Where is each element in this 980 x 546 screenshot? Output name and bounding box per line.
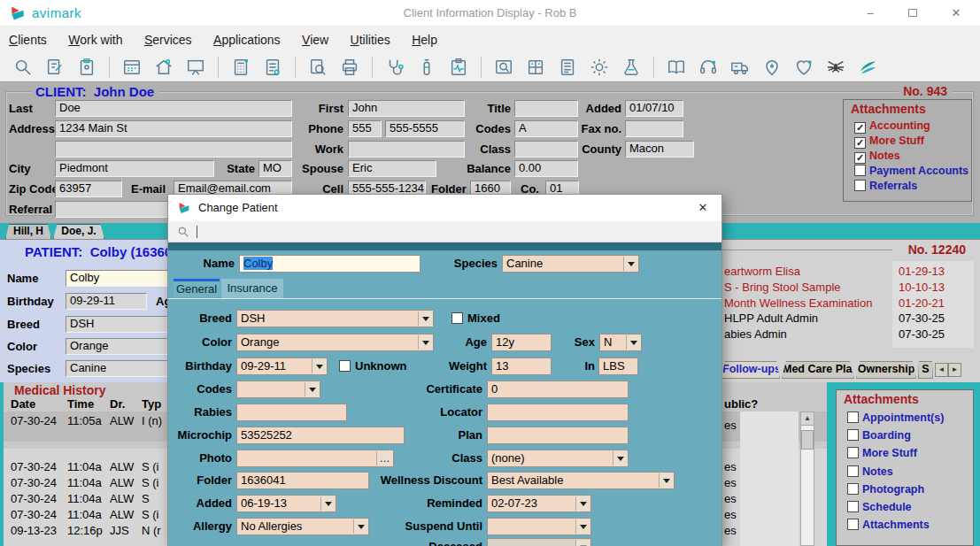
breed-select[interactable]: DSH [236, 310, 434, 327]
tab-s-partial[interactable]: S [918, 361, 933, 379]
checkbox-icon[interactable] [847, 501, 859, 512]
list-item[interactable]: Payment Accounts [854, 165, 968, 177]
reminded-select[interactable]: 02-07-23 [487, 495, 591, 512]
address-field[interactable]: 1234 Main St [55, 120, 292, 137]
checkbox-icon[interactable]: ✓ [854, 137, 866, 149]
menu-work-with[interactable]: Work with [59, 27, 131, 53]
list-item[interactable]: ✓Notes [854, 150, 900, 164]
wellness-discount-select[interactable]: Best Available [487, 472, 675, 489]
checkbox-icon[interactable] [854, 165, 866, 176]
checkbox-icon[interactable] [847, 465, 859, 477]
mixed-checkbox[interactable] [451, 312, 463, 324]
dropdown-arrow-icon[interactable] [575, 496, 590, 511]
codes-select[interactable] [236, 381, 320, 398]
list-item[interactable]: Appointment(s) [847, 411, 944, 424]
parasite-icon[interactable] [824, 56, 847, 79]
maximize-icon[interactable] [892, 0, 933, 27]
city-field[interactable]: Piedmont [55, 160, 214, 177]
weight-field[interactable]: 13 [491, 358, 552, 375]
references-book-icon[interactable] [665, 56, 688, 79]
color-select[interactable]: Orange [236, 334, 434, 351]
close-icon[interactable]: ✕ [936, 0, 976, 27]
dialog-close-icon[interactable]: ✕ [684, 195, 721, 221]
tab-scroll-right-icon[interactable]: ► [948, 363, 961, 377]
list-item[interactable]: Month Wellness Examination01-20-21 [724, 296, 980, 310]
monitor-search-icon[interactable] [492, 56, 515, 79]
dialog-title-bar[interactable]: Change Patient ✕ [168, 195, 721, 221]
calculator-icon[interactable] [229, 56, 252, 79]
spouse-field[interactable]: Eric [348, 160, 436, 177]
checkbox-icon[interactable] [854, 180, 866, 191]
checkbox-icon[interactable]: ✓ [854, 152, 866, 164]
certificate-field[interactable]: 0 [487, 381, 629, 398]
clipboard-icon[interactable] [75, 56, 98, 79]
avimark-swoosh-icon[interactable] [856, 56, 879, 79]
list-item[interactable]: Referrals [854, 180, 917, 192]
plan-field[interactable] [487, 427, 629, 444]
unknown-checkbox[interactable] [339, 360, 351, 372]
travel-sheet-truck-icon[interactable] [729, 56, 752, 79]
list-item[interactable]: S - Bring Stool Sample10-10-13 [724, 281, 980, 294]
dropdown-arrow-icon[interactable] [659, 473, 673, 488]
list-item[interactable]: ✓More Stuff [854, 135, 924, 149]
patient-birthday-field[interactable]: 09-29-11 [66, 293, 147, 310]
menu-view[interactable]: View [293, 27, 337, 53]
whiteboard-icon[interactable] [184, 56, 207, 79]
county-field[interactable]: Macon [625, 141, 694, 158]
scrollbar[interactable]: ▲ [800, 411, 814, 546]
tab-general[interactable]: General [174, 279, 220, 298]
weight-unit-field[interactable]: LBS [598, 358, 638, 375]
dropdown-arrow-icon[interactable] [575, 519, 590, 534]
codes-field[interactable]: A [514, 120, 578, 137]
menu-utilities[interactable]: Utilities [342, 27, 399, 53]
tab-doe-j[interactable]: Doe, J. [53, 224, 104, 239]
checkbox-icon[interactable] [847, 519, 859, 530]
dropdown-arrow-icon[interactable] [312, 359, 326, 373]
minimize-icon[interactable]: – [850, 0, 891, 27]
photo-field[interactable]: … [236, 450, 394, 467]
species-select[interactable]: Canine [502, 255, 639, 273]
tab-scroll-left-icon[interactable]: ◄ [935, 363, 948, 377]
class-field[interactable] [514, 141, 578, 158]
tab-follow-ups[interactable]: Follow-ups [721, 361, 780, 379]
dialog-search-bar[interactable] [168, 221, 721, 242]
locator-field[interactable] [487, 404, 629, 421]
title-field[interactable] [514, 100, 578, 117]
dropdown-arrow-icon[interactable] [418, 311, 432, 326]
calendar-icon[interactable] [120, 56, 143, 79]
tab-med-care-plan[interactable]: Med Care Plan [782, 361, 854, 379]
list-item[interactable]: Notes [847, 465, 893, 478]
checkbox-icon[interactable] [847, 411, 859, 423]
birthday-select[interactable]: 09-29-11 [236, 358, 328, 375]
list-view-icon[interactable] [556, 56, 579, 79]
menu-applications[interactable]: Applications [204, 27, 289, 53]
dropdown-arrow-icon[interactable] [353, 519, 367, 534]
edit-record-icon[interactable] [43, 56, 66, 79]
scrollbar-thumb[interactable] [801, 430, 814, 450]
tab-insurance[interactable]: Insurance [221, 279, 283, 298]
menu-help[interactable]: Help [403, 27, 446, 53]
support-headset-icon[interactable] [697, 56, 720, 79]
list-item[interactable]: Schedule [847, 501, 912, 513]
menu-clients[interactable]: Clients [0, 27, 56, 53]
column-header-dr[interactable]: Dr. [110, 397, 125, 411]
document-preview-icon[interactable] [306, 56, 329, 79]
dropdown-arrow-icon[interactable] [613, 451, 627, 465]
dropdown-arrow-icon[interactable] [320, 496, 335, 511]
column-header-time[interactable]: Time [67, 397, 94, 411]
phone-area-field[interactable]: 555 [348, 120, 382, 137]
tab-hill-h[interactable]: Hill, H [5, 224, 51, 239]
treatments-icon[interactable] [383, 56, 406, 79]
dropdown-arrow-icon[interactable] [626, 335, 640, 350]
split-view-icon[interactable] [524, 56, 547, 79]
medical-records-icon[interactable] [447, 56, 470, 79]
column-header-public[interactable]: ublic? [724, 397, 758, 411]
checkbox-icon[interactable] [847, 483, 859, 495]
column-header-type[interactable]: Typ [142, 397, 161, 411]
menu-services[interactable]: Services [135, 27, 201, 53]
sex-select[interactable]: N [599, 334, 642, 351]
column-header-date[interactable]: Date [11, 397, 35, 411]
print-icon[interactable] [338, 56, 361, 79]
checkbox-icon[interactable] [847, 429, 859, 441]
list-item[interactable]: Boarding [847, 429, 911, 442]
